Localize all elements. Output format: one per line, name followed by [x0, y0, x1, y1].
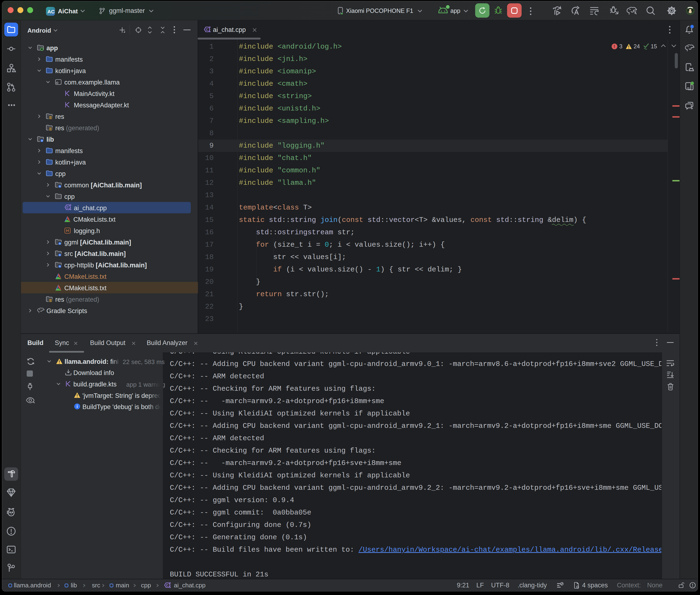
svg-text:C: C: [166, 583, 168, 587]
svg-text:C: C: [66, 205, 69, 209]
svg-text:C: C: [206, 28, 208, 31]
